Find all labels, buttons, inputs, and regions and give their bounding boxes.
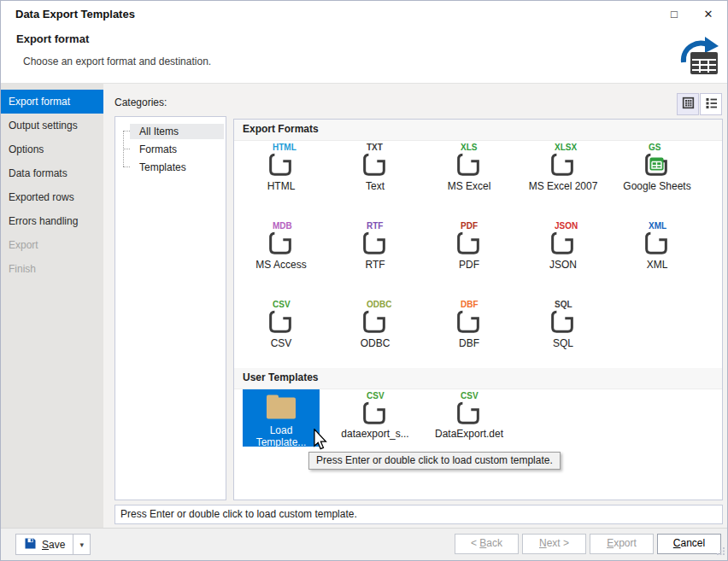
cancel-button[interactable]: Cancel: [657, 534, 721, 554]
mdb-file-icon: MDB: [261, 222, 302, 256]
xml-file-icon: XML: [637, 222, 678, 256]
resize-grip[interactable]: [717, 546, 725, 558]
tooltip: Press Enter or double click to load cust…: [308, 452, 561, 470]
maximize-icon: □: [671, 8, 678, 20]
csv-template-icon: CSV: [449, 392, 490, 426]
tree-connector: [123, 131, 130, 131]
template-tile-dataexport-det[interactable]: CSV DataExport.det: [422, 389, 516, 440]
json-file-icon: JSON: [543, 222, 584, 256]
formats-row-3: CSV CSV ODBC ODBC DBF: [234, 298, 722, 368]
format-tile-ms-excel-2007[interactable]: XLSX MS Excel 2007: [516, 141, 610, 219]
categories-panel: All Items Formats Templates: [114, 116, 226, 500]
format-tile-rtf[interactable]: RTF RTF: [328, 219, 422, 298]
folder-icon: [266, 394, 296, 422]
formats-row-2: MDB MS Access RTF RTF: [234, 219, 722, 298]
category-item-formats[interactable]: Formats: [115, 140, 226, 158]
csv-template-icon: CSV: [355, 392, 396, 426]
save-split-button[interactable]: Save ▾: [15, 534, 91, 555]
format-tile-ms-excel[interactable]: XLS MS Excel: [422, 141, 516, 219]
window-controls: □ ✕: [657, 1, 725, 26]
dialog-footer: Save ▾ < Back Next > Export Cancel: [1, 528, 727, 560]
format-tile-json[interactable]: JSON JSON: [516, 219, 610, 298]
back-button: < Back: [455, 534, 519, 554]
tree-connector: [123, 149, 130, 149]
sql-file-icon: SQL: [543, 301, 584, 335]
close-icon: ✕: [704, 8, 713, 20]
list-view-icon: [705, 96, 718, 112]
window-title: Data Export Templates: [15, 8, 135, 20]
wizard-header: Export format Choose an export format an…: [1, 26, 727, 84]
formats-gallery-panel: Export Formats HTML HTML TXT: [233, 119, 723, 500]
wizard-steps-sidebar: Export format Output settings Options Da…: [1, 84, 103, 528]
hint-status-bar: Press Enter or double click to load cust…: [114, 505, 723, 524]
html-file-icon: HTML: [261, 143, 302, 178]
content-area: Categories:: [103, 84, 727, 528]
templates-row: Load Template... CSV dataexport_s...: [234, 389, 722, 447]
categories-label: Categories:: [114, 96, 167, 108]
grid-view-button[interactable]: [677, 93, 699, 115]
format-tile-dbf[interactable]: DBF DBF: [422, 298, 516, 368]
save-button[interactable]: Save: [16, 535, 73, 554]
template-tile-dataexport-s[interactable]: CSV dataexport_s...: [328, 389, 422, 440]
export-button: Export: [590, 534, 654, 554]
formats-row-1: HTML HTML TXT Text XLS: [234, 141, 722, 219]
next-button: Next >: [522, 534, 586, 554]
sidebar-item-data-formats[interactable]: Data formats: [1, 161, 103, 185]
dbf-file-icon: DBF: [449, 301, 490, 335]
format-tile-sql[interactable]: SQL SQL: [516, 298, 610, 368]
sidebar-item-options[interactable]: Options: [1, 137, 103, 161]
txt-file-icon: TXT: [355, 143, 396, 178]
category-item-all-items[interactable]: All Items: [115, 122, 226, 140]
page-subtitle: Choose an export format and destination.: [23, 56, 211, 67]
list-view-button[interactable]: [700, 93, 722, 115]
data-export-templates-dialog: Data Export Templates □ ✕ Export format …: [0, 0, 728, 561]
export-formats-group-header: Export Formats: [234, 120, 722, 141]
mouse-cursor: [313, 429, 327, 453]
chevron-down-icon: ▾: [80, 541, 85, 549]
sidebar-item-export-format[interactable]: Export format: [1, 90, 103, 114]
close-button[interactable]: ✕: [691, 1, 725, 26]
save-button-label: Save: [42, 539, 65, 551]
categories-tree: All Items Formats Templates: [115, 122, 226, 176]
page-title: Export format: [16, 32, 89, 45]
rtf-file-icon: RTF: [355, 222, 396, 256]
user-templates-group-header: User Templates: [234, 368, 722, 389]
dialog-body: Export format Output settings Options Da…: [1, 84, 727, 528]
floppy-disk-icon: [24, 537, 37, 552]
google-sheets-file-icon: GS: [637, 143, 678, 178]
odbc-file-icon: ODBC: [355, 301, 396, 335]
category-item-templates[interactable]: Templates: [115, 158, 226, 176]
maximize-button[interactable]: □: [657, 1, 691, 26]
format-tile-xml[interactable]: XML XML: [610, 219, 704, 298]
xls-file-icon: XLS: [449, 143, 490, 178]
grid-view-icon: [682, 96, 695, 112]
format-tile-html[interactable]: HTML HTML: [234, 141, 328, 219]
sidebar-item-export: Export: [1, 233, 103, 257]
sheet-grid-glyph: [649, 157, 664, 173]
sidebar-item-errors-handling[interactable]: Errors handling: [1, 209, 103, 233]
format-tile-pdf[interactable]: PDF PDF: [422, 219, 516, 298]
tree-connector: [123, 167, 130, 167]
pdf-file-icon: PDF: [449, 222, 490, 256]
sidebar-item-exported-rows[interactable]: Exported rows: [1, 185, 103, 209]
sidebar-item-output-settings[interactable]: Output settings: [1, 114, 103, 137]
load-template-selected-tile: Load Template...: [243, 389, 320, 447]
save-dropdown-button[interactable]: ▾: [73, 535, 90, 554]
format-tile-odbc[interactable]: ODBC ODBC: [328, 298, 422, 368]
format-tile-google-sheets[interactable]: GS Google Sheets: [610, 141, 704, 219]
export-table-icon: [677, 33, 721, 79]
format-tile-ms-access[interactable]: MDB MS Access: [234, 219, 328, 298]
format-tile-text[interactable]: TXT Text: [328, 141, 422, 219]
titlebar: Data Export Templates □ ✕: [1, 1, 727, 26]
csv-file-icon: CSV: [261, 301, 302, 335]
sidebar-item-finish: Finish: [1, 257, 103, 281]
xlsx-file-icon: XLSX: [543, 143, 584, 178]
format-tile-csv[interactable]: CSV CSV: [234, 298, 328, 368]
